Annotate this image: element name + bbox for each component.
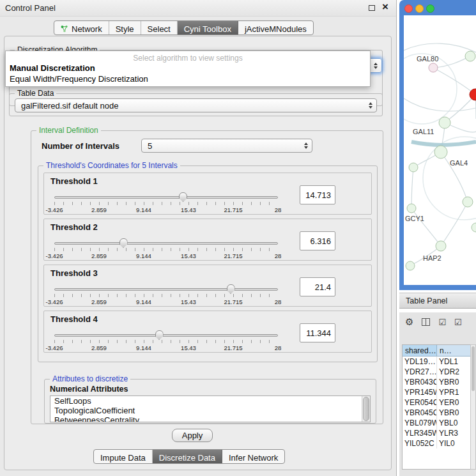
table-row[interactable]: YBR043C YBR0 [403, 377, 470, 387]
table-data-group-title: Table Data [15, 89, 56, 98]
tab-label: Network [72, 24, 102, 34]
tab-select[interactable]: Select [141, 21, 178, 35]
thresholds-group-title: Threshold's Coordinates for 5 Intervals [43, 161, 180, 170]
threshold-value-field[interactable]: 11.344 [300, 323, 335, 342]
slider-tick-label: 9.144 [136, 252, 151, 259]
table-row[interactable]: YLR345W YLR3 [403, 428, 470, 438]
slider-track [54, 334, 278, 337]
table-panel-header[interactable]: Table Panel [399, 293, 476, 309]
network-graph: GAL80 GAL11 GAL4 GCY1 HAP2 [404, 15, 476, 285]
popup-item-manual-discretization[interactable]: Manual Discretization [6, 63, 370, 73]
table-row[interactable]: YDL19… YDL1 [403, 357, 470, 367]
cell-name: YDL1 [437, 357, 470, 367]
tab-cyni-toolbox[interactable]: Cyni Toolbox [178, 21, 238, 35]
tab-network[interactable]: Network [54, 21, 109, 35]
slider-tick-label: 28 [275, 206, 282, 213]
threshold-value-field[interactable]: 6.316 [300, 231, 335, 250]
table-row[interactable]: YBR045C YBR0 [403, 408, 470, 418]
slider-tick-label: 21.715 [224, 298, 242, 305]
table-rows: YDL19… YDL1 YDR27… YDR2 YBR043C YBR0 YPR… [403, 357, 470, 449]
table-row[interactable]: YIL052C YIL0 [403, 438, 470, 449]
threshold-label: Threshold 4 [50, 314, 98, 324]
slider-thumb[interactable] [119, 238, 128, 248]
threshold-slider[interactable]: -3.4262.8599.14415.4321.71528 [54, 286, 278, 305]
list-item[interactable]: TopologicalCoefficient [50, 406, 370, 415]
slider-thumb[interactable] [227, 284, 235, 294]
node [439, 117, 450, 128]
slider-tick-label: 28 [275, 298, 282, 305]
number-of-intervals-combobox[interactable]: 5 [141, 139, 312, 153]
cell-shared-name: YDR27… [403, 367, 437, 377]
slider-ticks [54, 340, 278, 343]
slider-ticks [54, 202, 278, 205]
node-label: HAP2 [423, 254, 441, 262]
cell-shared-name: YBL079W [403, 418, 437, 428]
slider-tick-label: -3.426 [46, 344, 63, 351]
column-header-shared-name[interactable]: shared… [403, 345, 437, 356]
mac-minimize-icon[interactable] [415, 4, 424, 13]
tab-impute-data[interactable]: Impute Data [94, 450, 153, 463]
cell-shared-name: YBR045C [403, 408, 437, 418]
threshold-block: Threshold 1 -3.4262.8599.14415.4321.7152… [43, 173, 372, 215]
tab-discretize-data[interactable]: Discretize Data [153, 450, 222, 463]
table-data-combobox[interactable]: galFiltered.sif default node [15, 98, 377, 112]
list-item[interactable]: BetweennessCentrality [50, 415, 370, 422]
node [407, 204, 416, 213]
scrollbar-thumb[interactable] [472, 346, 475, 391]
tab-jactivemnodules[interactable]: jActiveMNodules [238, 21, 313, 35]
combo-arrows-icon [369, 102, 372, 109]
slider-thumb[interactable] [155, 330, 164, 340]
select-all-checkbox-icon[interactable]: ☑ [438, 318, 446, 327]
cell-name: YBR0 [437, 377, 470, 387]
slider-track [54, 242, 278, 245]
threshold-label: Threshold 3 [50, 268, 98, 278]
interval-definition-title: Interval Definition [36, 126, 101, 135]
threshold-slider[interactable]: -3.4262.8599.14415.4321.71528 [54, 240, 278, 259]
table-scrollbar[interactable] [470, 344, 476, 470]
cell-shared-name: YBR043C [403, 377, 437, 387]
apply-button[interactable]: Apply [172, 429, 213, 442]
table-row[interactable]: YDR27… YDR2 [403, 367, 470, 377]
control-panel-titlebar[interactable]: Control Panel × [0, 0, 396, 17]
float-window-icon[interactable] [369, 5, 375, 11]
attributes-group: Attributes to discretize Numerical Attri… [44, 379, 376, 424]
columns-icon[interactable] [422, 318, 430, 326]
threshold-block: Threshold 3 -3.4262.8599.14415.4321.7152… [43, 265, 372, 307]
threshold-block: Threshold 4 -3.4262.8599.14415.4321.7152… [43, 311, 372, 353]
mac-zoom-icon[interactable] [426, 4, 434, 13]
tab-style[interactable]: Style [109, 21, 141, 35]
node [465, 51, 475, 61]
threshold-value-field[interactable]: 14.713 [300, 185, 335, 204]
cell-name: YBR0 [437, 408, 470, 418]
threshold-block: Threshold 2 -3.4262.8599.14415.4321.7152… [43, 219, 372, 261]
close-icon[interactable]: × [382, 1, 388, 13]
tab-label: Style [116, 24, 134, 34]
gear-icon[interactable]: ⚙ [405, 316, 413, 328]
top-tabstrip: NetworkStyleSelectCyni ToolboxjActiveMNo… [54, 20, 314, 35]
threshold-slider[interactable]: -3.4262.8599.14415.4321.71528 [54, 194, 278, 213]
list-item[interactable]: SelfLoops [50, 396, 370, 406]
table-row[interactable]: YBL079W YBL0 [403, 418, 470, 428]
threshold-slider[interactable]: -3.4262.8599.14415.4321.71528 [54, 332, 278, 351]
column-header-name[interactable]: n… [437, 345, 470, 356]
table-row[interactable]: YER054C YER0 [403, 397, 470, 408]
popup-item-equal-width[interactable]: Equal Width/Frequency Discretization [6, 73, 370, 84]
slider-thumb[interactable] [179, 192, 187, 202]
mac-close-icon[interactable] [404, 4, 413, 13]
table-panel-title: Table Panel [406, 296, 447, 305]
threshold-value-field[interactable]: 21.4 [300, 277, 335, 296]
slider-track [54, 288, 278, 291]
tab-infer-network[interactable]: Infer Network [222, 450, 284, 463]
table-browser-window: ⚙ ☑ ☑ shared… n… YDL19… YDL1 YDR27… YDR2… [399, 312, 476, 476]
scrollbar-thumb[interactable] [363, 397, 369, 421]
table-header-row: shared… n… [403, 345, 470, 357]
slider-track [54, 196, 278, 199]
slider-tick-label: 15.43 [181, 344, 196, 351]
network-canvas[interactable]: GAL80 GAL11 GAL4 GCY1 HAP2 [404, 15, 476, 285]
table-row[interactable]: YPR145W YPR1 [403, 387, 470, 397]
list-scrollbar[interactable] [362, 396, 370, 422]
numerical-attributes-list[interactable]: SelfLoopsTopologicalCoefficientBetweenne… [50, 395, 371, 422]
attributes-group-title: Attributes to discretize [50, 374, 130, 383]
select-column-checkbox-icon[interactable]: ☑ [454, 318, 462, 327]
node-label: GAL11 [413, 128, 434, 135]
